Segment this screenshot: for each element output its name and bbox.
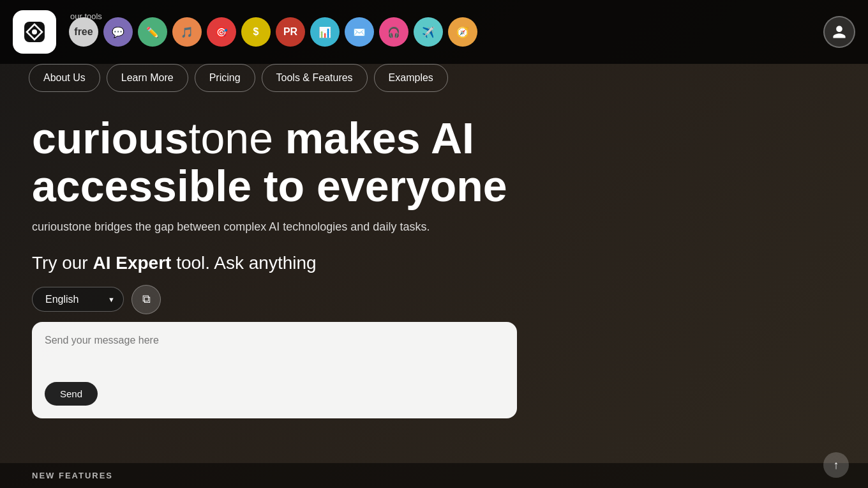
user-account-button[interactable] (823, 16, 855, 48)
tool-badge-chart[interactable]: 📊 (310, 17, 340, 47)
tool-badge-music[interactable]: 🎵 (172, 17, 202, 47)
ai-expert-section: Try our AI Expert tool. Ask anything Eng… (0, 234, 868, 418)
scroll-up-icon: ↑ (834, 459, 839, 472)
new-features-label: NEW FEATURES (32, 471, 113, 480)
hero-title: curioustone makes AI accessible to every… (32, 114, 606, 210)
tool-badge-dollar[interactable]: $ (241, 17, 271, 47)
send-button[interactable]: Send (45, 382, 98, 406)
language-select-wrapper: English Spanish French German Italian Po… (32, 287, 124, 312)
ai-expert-title: Try our AI Expert tool. Ask anything (32, 253, 836, 273)
tool-badge-plane[interactable]: ✈️ (414, 17, 443, 47)
scroll-up-button[interactable]: ↑ (823, 452, 849, 478)
nav-item-tools-features[interactable]: Tools & Features (262, 64, 368, 92)
tool-badge-target[interactable]: 🎯 (207, 17, 236, 47)
tool-badge-headphones[interactable]: 🎧 (379, 17, 408, 47)
tool-badge-chat[interactable]: 💬 (103, 17, 133, 47)
hero-content: curioustone makes AI accessible to every… (0, 92, 868, 234)
tool-badge-message[interactable]: ✉️ (345, 17, 374, 47)
tool-badge-write[interactable]: ✏️ (138, 17, 167, 47)
tool-badge-compass[interactable]: 🧭 (448, 17, 477, 47)
nav-item-pricing[interactable]: Pricing (195, 64, 255, 92)
navbar: About Us Learn More Pricing Tools & Feat… (0, 64, 868, 92)
message-box: Send (32, 322, 517, 418)
copy-button[interactable]: ⧉ (131, 285, 161, 314)
ai-expert-title-suffix: tool. Ask anything (171, 253, 316, 273)
tool-badge-free[interactable]: free (69, 17, 98, 47)
logo-icon (22, 19, 47, 45)
language-select[interactable]: English Spanish French German Italian Po… (32, 287, 124, 312)
toolbar: our tools free 💬 ✏️ 🎵 🎯 $ PR 📊 ✉️ 🎧 ✈️ 🧭 (0, 0, 868, 64)
tools-strip: free 💬 ✏️ 🎵 🎯 $ PR 📊 ✉️ 🎧 ✈️ 🧭 (69, 17, 816, 47)
ai-expert-title-highlight: AI Expert (93, 253, 171, 273)
copy-icon: ⧉ (142, 293, 151, 306)
message-input[interactable] (45, 335, 504, 373)
svg-point-1 (32, 29, 37, 34)
logo[interactable] (13, 10, 56, 54)
user-icon (832, 24, 847, 40)
ai-expert-title-prefix: Try our (32, 253, 93, 273)
hero-title-brand-thin: tone (189, 114, 285, 162)
tool-badge-pr[interactable]: PR (276, 17, 305, 47)
language-select-row: English Spanish French German Italian Po… (32, 285, 836, 314)
hero-title-brand-bold: curious (32, 114, 189, 162)
nav-item-about-us[interactable]: About Us (29, 64, 100, 92)
our-tools-label: our tools (70, 11, 102, 21)
nav-item-learn-more[interactable]: Learn More (107, 64, 188, 92)
new-features-bar: NEW FEATURES (0, 463, 868, 488)
hero-subtitle: curioustone bridges the gap between comp… (32, 220, 836, 234)
nav-item-examples[interactable]: Examples (374, 64, 448, 92)
